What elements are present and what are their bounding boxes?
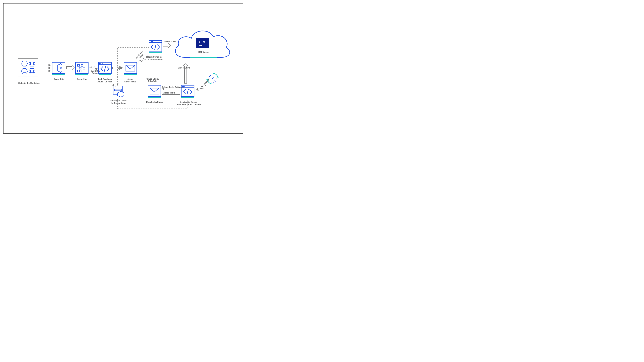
- edge-failure-retry: Failure > Retry Threshold: [143, 78, 162, 82]
- code-window-icon: [149, 40, 162, 54]
- edge-sent-sumo-2: Sent to Sumo: [175, 67, 194, 69]
- label-task-consumer: Task Consumer Azure Function: [145, 56, 166, 61]
- svg-rect-25: [100, 63, 101, 64]
- node-blobs-container: [18, 58, 38, 78]
- svg-line-62: [213, 77, 214, 79]
- node-task-consumer: [149, 40, 162, 54]
- svg-rect-66: [190, 57, 216, 58]
- svg-point-13: [60, 72, 62, 73]
- node-storage: [113, 86, 126, 98]
- event-grid-icon: [52, 62, 65, 75]
- envelope-icon: [124, 62, 137, 75]
- svg-rect-49: [148, 97, 161, 98]
- node-dlq: [148, 85, 161, 99]
- svg-rect-26: [102, 63, 102, 64]
- node-event-hub: [75, 62, 88, 76]
- svg-rect-37: [149, 52, 162, 53]
- svg-line-28: [104, 66, 106, 71]
- label-event-hub: Event Hub: [75, 78, 89, 81]
- label-dlq: DeadLetterQueue: [144, 101, 165, 103]
- svg-rect-34: [150, 41, 150, 42]
- svg-marker-5: [21, 68, 28, 74]
- svg-rect-44: [114, 90, 122, 91]
- label-storage: Storage Account for Debug Logs: [107, 99, 130, 105]
- http-source-box: HTTP Source: [194, 50, 213, 54]
- edges-layer: [4, 3, 243, 133]
- svg-rect-0: [18, 58, 38, 77]
- label-service-bus: Azure Service Bus: [122, 78, 138, 83]
- svg-rect-41: [114, 87, 114, 87]
- svg-rect-56: [181, 97, 194, 98]
- svg-rect-16: [78, 64, 80, 66]
- svg-rect-8: [30, 70, 34, 73]
- svg-rect-4: [30, 62, 34, 65]
- svg-rect-2: [23, 62, 26, 65]
- svg-marker-59: [217, 78, 219, 79]
- node-service-bus: [124, 62, 137, 76]
- svg-point-64: [214, 80, 214, 81]
- svg-rect-35: [151, 41, 152, 42]
- sumo-logo: s umo: [196, 38, 209, 48]
- svg-rect-19: [83, 67, 85, 69]
- svg-rect-6: [23, 70, 26, 73]
- edge-deletes: Deletes Tasks OnSucess: [162, 86, 188, 88]
- svg-rect-43: [114, 89, 122, 90]
- edge-reads: Reads Tasks: [164, 92, 180, 94]
- edge-sent-sumo-1: Sent to Sumo: [162, 41, 178, 43]
- svg-line-57: [187, 89, 188, 94]
- svg-marker-7: [29, 68, 35, 74]
- node-cloud: s umo HTTP Source: [170, 26, 233, 64]
- svg-marker-47: [118, 91, 124, 97]
- node-event-grid: [52, 62, 65, 76]
- label-dlq-consumer: DeadLetterQueue Consumer Azure Function: [175, 101, 202, 106]
- edge-event-grid-trigger: Event Grid Trigger: [89, 70, 102, 74]
- svg-point-65: [210, 80, 211, 80]
- svg-marker-1: [21, 61, 28, 66]
- svg-rect-17: [81, 64, 83, 66]
- label-blobs: Blobs in the Container: [16, 82, 42, 84]
- svg-rect-15: [76, 74, 88, 75]
- svg-rect-24: [99, 63, 100, 64]
- svg-point-12: [60, 67, 62, 69]
- sumo-logo-text: s umo: [199, 40, 206, 47]
- svg-rect-36: [152, 41, 153, 42]
- svg-rect-42: [115, 87, 116, 87]
- svg-marker-3: [29, 61, 35, 66]
- label-task-producer: Task Producer Azure Function: [96, 78, 114, 83]
- svg-rect-30: [124, 74, 137, 75]
- svg-rect-10: [52, 74, 65, 75]
- envelope-icon: [148, 85, 161, 98]
- svg-line-38: [155, 44, 156, 50]
- blobs-icon: [18, 58, 38, 77]
- svg-rect-20: [78, 70, 80, 72]
- diagram-canvas: Blobs in the Container Event Grid Event …: [3, 3, 243, 134]
- svg-rect-21: [81, 70, 83, 72]
- event-hub-icon: [75, 62, 88, 75]
- svg-point-11: [60, 63, 62, 64]
- storage-icon: [113, 86, 126, 98]
- label-event-grid: Event Grid: [51, 78, 67, 81]
- svg-rect-18: [79, 67, 81, 69]
